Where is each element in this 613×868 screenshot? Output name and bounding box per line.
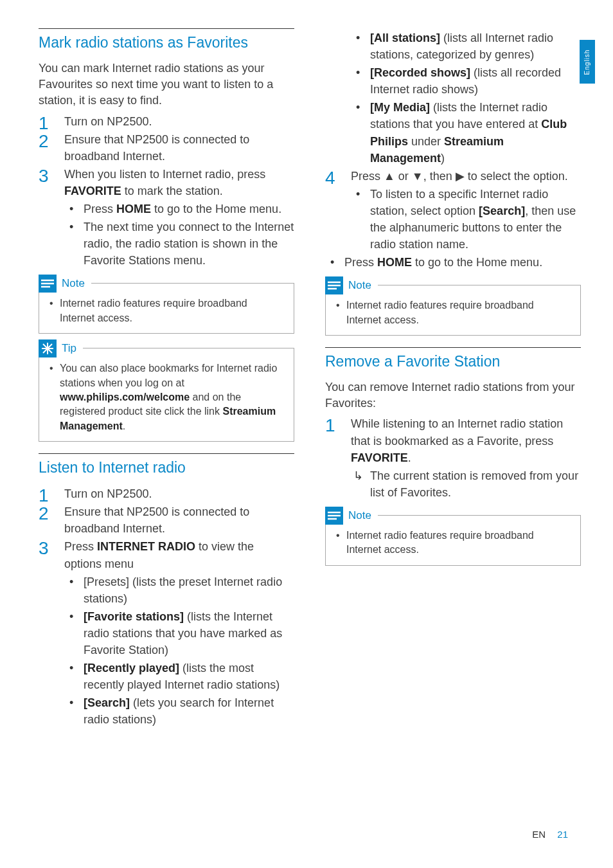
footer-page-number: 21 [557, 829, 568, 840]
tip-box: Tip You can also place bookmarks for Int… [39, 348, 294, 442]
steps-mark-favorites: Turn on NP2500. Ensure that NP2500 is co… [39, 113, 294, 269]
note-text: Internet radio features require broadban… [335, 529, 571, 557]
footer-lang: EN [532, 829, 546, 840]
text: . [123, 420, 125, 431]
note-text: Internet radio features require broadban… [335, 298, 571, 327]
step-2: Ensure that NP2500 is connected to broad… [39, 131, 294, 165]
text: You can also place bookmarks for Interne… [60, 363, 277, 388]
option-name: [Recently played] [84, 662, 179, 674]
note-box: Note Internet radio features require bro… [325, 515, 581, 566]
url: www.philips.com/welcome [60, 392, 190, 402]
option-bullets: [Presets] (lists the preset Internet rad… [64, 574, 294, 728]
continued-bullets: [All stations] (lists all Internet radio… [351, 30, 581, 167]
continued-bullets-wrap: [All stations] (lists all Internet radio… [325, 30, 581, 167]
option-presets: [Presets] (lists the preset Internet rad… [64, 574, 294, 607]
step-1: Turn on NP2500. [39, 113, 294, 130]
tip-header: Tip [39, 339, 83, 357]
text: to mark the station. [121, 185, 223, 197]
sub-bullet: The next time you connect to the Interne… [64, 219, 294, 269]
sub-bullet: Press HOME to go to the Home menu. [64, 201, 294, 217]
option-recently-played: [Recently played] (lists the most recent… [64, 660, 294, 693]
heading-remove-favorite: Remove a Favorite Station [325, 347, 581, 370]
result-text: The current station is removed from your… [351, 467, 581, 501]
note-header: Note [325, 276, 378, 294]
search-option: [Search] [479, 204, 525, 217]
sub-bullets: To listen to a specific Internet radio s… [351, 186, 581, 253]
home-key: HOME [116, 203, 151, 215]
option-search: [Search] (lets you search for Internet r… [64, 694, 294, 728]
tip-body: You can also place bookmarks for Interne… [48, 355, 285, 433]
favorite-key: FAVORITE [64, 185, 121, 197]
internet-radio-key: INTERNET RADIO [97, 540, 195, 553]
result-arrow: The current station is removed from your… [351, 467, 581, 501]
text: to go to the Home menu. [412, 256, 542, 269]
text: to go to the Home menu. [151, 203, 281, 215]
option-recorded-shows: [Recorded shows] (lists all recorded Int… [351, 64, 581, 98]
note-icon [39, 275, 57, 293]
page-content: Mark radio stations as Favorites You can… [0, 0, 613, 729]
left-column: Mark radio stations as Favorites You can… [39, 28, 294, 729]
note-label: Note [62, 277, 85, 290]
note-header: Note [39, 275, 91, 293]
step-1: Turn on NP2500. [39, 485, 294, 502]
text: Press [344, 256, 377, 269]
note-label: Note [348, 279, 371, 292]
tip-label: Tip [62, 342, 76, 355]
note-box: Note Internet radio features require bro… [39, 283, 294, 334]
text: under [408, 135, 444, 148]
option-name: [All stations] [370, 32, 440, 44]
note-icon [325, 507, 343, 525]
note-body: Internet radio features require broadban… [335, 292, 571, 327]
step-3: When you listen to Internet radio, press… [39, 166, 294, 269]
step-4: Press ▲ or ▼, then ▶ to select the optio… [325, 168, 581, 253]
text: Press [84, 203, 116, 215]
tip-icon [39, 339, 57, 357]
option-my-media: [My Media] (lists the Internet radio sta… [351, 99, 581, 166]
note-header: Note [325, 507, 378, 525]
text: While listening to an Internet radio sta… [351, 417, 563, 447]
language-tab: English [580, 40, 595, 84]
heading-listen-radio: Listen to Internet radio [39, 453, 294, 476]
tip-text: You can also place bookmarks for Interne… [48, 361, 285, 433]
heading-mark-favorites: Mark radio stations as Favorites [39, 28, 294, 51]
home-bullet: Press HOME to go to the Home menu. [325, 254, 581, 271]
note-box: Note Internet radio features require bro… [325, 285, 581, 336]
step-1: While listening to an Internet radio sta… [325, 415, 581, 500]
step-3: Press INTERNET RADIO to view the options… [39, 538, 294, 728]
option-favorite-stations: [Favorite stations] (lists the Internet … [64, 608, 294, 658]
text: When you listen to Internet radio, press [64, 168, 265, 181]
option-name: [My Media] [370, 101, 430, 114]
sub-bullets: Press HOME to go to the Home menu. The n… [64, 201, 294, 269]
text: Press ▲ or ▼, then ▶ to select the optio… [351, 170, 568, 183]
page-footer: EN 21 [532, 829, 568, 840]
note-body: Internet radio features require broadban… [48, 290, 285, 325]
home-key: HOME [377, 256, 412, 269]
text: Press [64, 540, 97, 553]
home-instruction: Press HOME to go to the Home menu. [325, 254, 581, 271]
option-name: [Recorded shows] [370, 66, 470, 79]
steps-listen-radio: Turn on NP2500. Ensure that NP2500 is co… [39, 485, 294, 728]
favorite-key: FAVORITE [351, 451, 408, 464]
intro-remove-favorite: You can remove Internet radio stations f… [325, 379, 581, 411]
text: . [408, 451, 411, 464]
note-body: Internet radio features require broadban… [335, 522, 571, 557]
steps-remove-favorite: While listening to an Internet radio sta… [325, 415, 581, 500]
intro-mark-favorites: You can mark Internet radio stations as … [39, 60, 294, 109]
right-column: [All stations] (lists all Internet radio… [325, 28, 581, 729]
note-icon [325, 276, 343, 294]
sub-bullet: To listen to a specific Internet radio s… [351, 186, 581, 253]
text: ) [441, 152, 445, 165]
note-label: Note [348, 509, 371, 522]
steps-continued: Press ▲ or ▼, then ▶ to select the optio… [325, 168, 581, 253]
option-all-stations: [All stations] (lists all Internet radio… [351, 30, 581, 63]
step-2: Ensure that NP2500 is connected to broad… [39, 503, 294, 537]
option-name: [Favorite stations] [84, 610, 184, 623]
option-name: [Search] [84, 696, 130, 709]
note-text: Internet radio features require broadban… [48, 296, 285, 325]
